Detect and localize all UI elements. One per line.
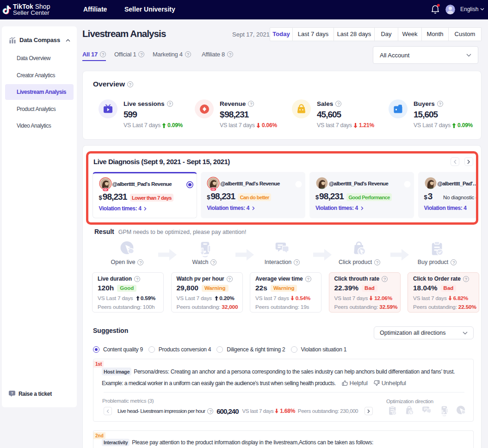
svg-text:?: ? — [11, 391, 13, 395]
